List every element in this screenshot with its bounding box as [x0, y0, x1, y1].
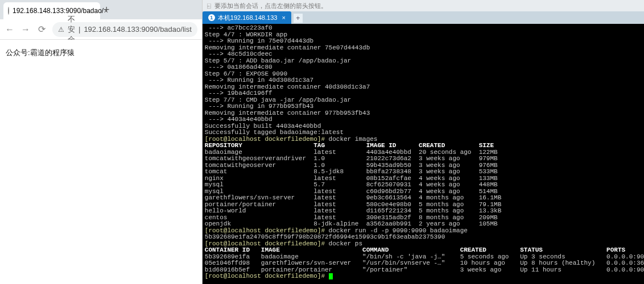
new-tab-button[interactable]: +	[104, 4, 110, 16]
browser-tab[interactable]: 192.168.148.133:9090/badao/ ×	[3, 2, 100, 19]
terminal-tabs: 1 本机192.168.148.133 × +	[203, 11, 644, 24]
url-text: 192.168.148.133:9090/badao/list	[84, 25, 191, 34]
terminal-tab-label: 本机192.168.148.133	[218, 14, 278, 22]
tab-index-icon: 1	[208, 14, 215, 21]
reload-icon[interactable]: ⟳	[36, 24, 47, 35]
terminal-pane: ⍇ 要添加当前会话，点击左侧的箭头按钮。 1 本机192.168.148.133…	[203, 0, 644, 284]
forward-icon[interactable]: →	[20, 24, 31, 35]
tab-title: 192.168.148.133:9090/badao/	[13, 7, 104, 15]
url-field[interactable]: ⚠ 不安全 | 192.168.148.133:9090/badao/list	[52, 22, 197, 37]
terminal-output[interactable]: ---> ac7bcc223af0 Step 4/7 : WORKDIR app…	[203, 24, 644, 284]
add-tab-button[interactable]: +	[294, 14, 303, 23]
browser-tab-bar: 192.168.148.133:9090/badao/ × +	[0, 0, 202, 19]
arrow-icon: ⍇	[207, 2, 211, 9]
globe-icon	[8, 7, 9, 15]
address-bar: ← → ⟳ ⚠ 不安全 | 192.168.148.133:9090/badao…	[0, 19, 202, 40]
back-icon[interactable]: ←	[5, 24, 15, 35]
hint-bar: ⍇ 要添加当前会话，点击左侧的箭头按钮。	[203, 0, 644, 11]
separator: |	[79, 25, 80, 34]
page-text: 公众号:霸道的程序猿	[6, 48, 75, 57]
hint-text: 要添加当前会话，点击左侧的箭头按钮。	[214, 2, 327, 10]
warning-icon: ⚠	[58, 26, 64, 34]
page-content: 公众号:霸道的程序猿	[0, 40, 202, 284]
close-icon[interactable]: ×	[282, 14, 285, 21]
terminal-tab[interactable]: 1 本机192.168.148.133 ×	[203, 11, 291, 24]
browser-pane: 192.168.148.133:9090/badao/ × + ← → ⟳ ⚠ …	[0, 0, 203, 284]
